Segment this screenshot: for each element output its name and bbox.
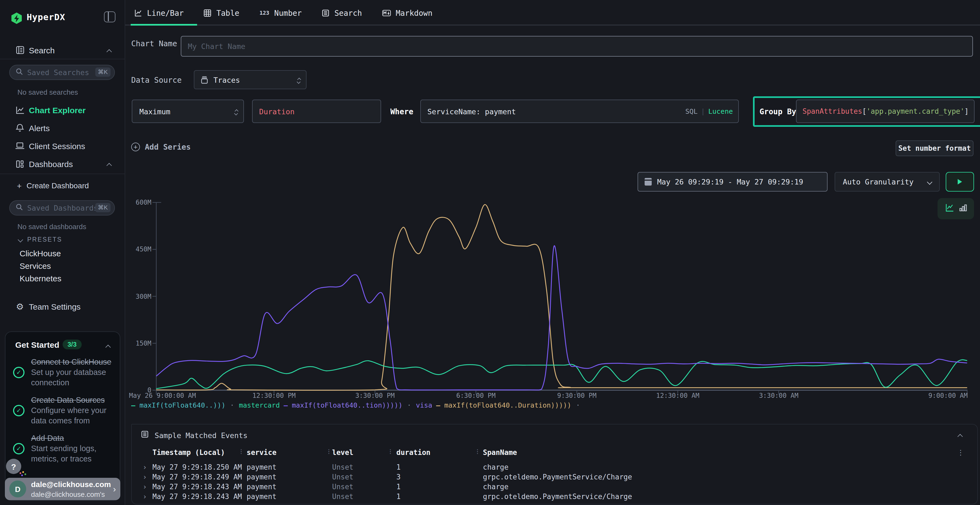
x-tick-label: May 26 9:00:00 AM [129,392,196,399]
group-by-arg: 'app.payment.card_type' [867,107,964,115]
sidebar-item-alerts[interactable]: Alerts [0,121,125,135]
table-row[interactable]: ›May 27 9:29:18.243 AMpaymentUnset1grpc.… [132,492,977,502]
column-separator-icon: ⋮ [326,448,332,454]
get-started-item[interactable]: ✓ Connect to ClickHouse Set up your data… [13,357,115,388]
chart-name-input[interactable] [181,42,972,51]
sidebar-item-team-settings[interactable]: ⚙ Team Settings [0,299,125,313]
user-menu[interactable]: D dale@clickhouse.com dale@clickhouse.co… [5,478,120,500]
tab-search[interactable]: Search [322,8,362,17]
get-started-item[interactable]: ✓ Create Data Sources Configure where yo… [13,395,115,426]
tab-markdown[interactable]: Markdown [382,8,433,17]
presets-toggle[interactable]: PRESETS [19,236,62,243]
col-timestamp[interactable]: Timestamp (Local) [153,448,225,457]
preset-services[interactable]: Services [20,261,51,270]
group-by-fn: SpanAttributes [802,107,862,115]
saved-dashboards-placeholder: Saved Dashboards [27,203,98,212]
calendar-icon [644,178,652,186]
row-expand-icon[interactable]: › [143,483,147,491]
bracket-close: ] [964,107,969,115]
x-tick-label: 12:30:00 PM [252,392,296,399]
aggregation-select[interactable]: Maximum [132,100,244,123]
database-icon [201,76,208,84]
row-expand-icon[interactable]: › [143,463,147,471]
select-chevrons-icon [297,76,301,83]
col-duration[interactable]: duration [396,448,430,457]
saved-dashboards-input[interactable]: Saved Dashboards ⌘K [9,200,115,216]
table-row[interactable]: ›May 27 9:29:18.249 AMpaymentUnset3grpc.… [132,473,977,483]
row-expand-icon[interactable]: › [143,492,147,501]
sidebar-section-search[interactable]: Search [0,43,125,57]
play-icon [958,179,962,184]
col-level[interactable]: level [332,448,353,457]
get-started-item[interactable]: ✓ Add Data Start sending logs, metrics, … [13,433,115,464]
data-source-select[interactable]: Traces [194,70,307,89]
user-email: dale@clickhouse.com [31,480,111,488]
data-source-label: Data Source [131,76,181,84]
col-service[interactable]: service [247,448,277,457]
confetti-icon [20,471,26,477]
legend-item[interactable]: — maxIf(toFloat640..tion))))) · visa [284,401,432,409]
query-language-toggle[interactable]: SQL|Lucene [685,107,733,115]
preset-clickhouse[interactable]: ClickHouse [20,249,61,258]
cell: grpc.oteldemo.PaymentService/Charge [483,473,632,481]
kebab-menu-icon[interactable]: ⋮ [957,448,964,457]
get-started-item-desc: Configure where your data comes from [31,406,107,425]
sidebar-collapse-icon[interactable] [104,11,115,22]
run-query-button[interactable] [946,172,974,192]
events-table-header: Timestamp (Local) ⋮ service ⋮ level ⋮ du… [132,448,977,458]
tab-line-bar[interactable]: Line/Bar [134,8,184,17]
get-started-title: Get Started [15,340,59,349]
chart-legend: — maxIf(toFloat640..))) · mastercard — m… [131,401,581,409]
chevron-down-icon [927,179,932,184]
tab-label: Markdown [396,8,433,17]
sql-option[interactable]: SQL [685,107,697,115]
legend-item[interactable]: — maxIf(toFloat640..Duration))))) · [436,401,581,409]
granularity-select[interactable]: Auto Granularity [835,172,940,192]
no-saved-searches-text: No saved searches [18,88,78,96]
chevron-down-icon [18,237,23,242]
cell: payment [247,473,277,481]
date-range-picker[interactable]: May 26 09:29:19 - May 27 09:29:19 [638,172,827,192]
sidebar-item-dashboards[interactable]: Dashboards [0,157,125,171]
granularity-value: Auto Granularity [843,178,913,186]
chevron-up-icon[interactable] [105,345,111,350]
field-box [252,100,381,123]
collapse-panel-icon[interactable] [958,434,963,440]
sidebar-item-client-sessions[interactable]: Client Sessions [0,139,125,153]
preset-kubernetes[interactable]: Kubernetes [20,274,61,283]
lucene-option[interactable]: Lucene [708,107,733,115]
chevron-up-icon[interactable] [107,163,112,168]
sample-matched-events-panel: Sample Matched Events Timestamp (Local) … [131,424,978,505]
table-row[interactable]: ›May 27 9:29:18.243 AMpaymentUnset1charg… [132,483,977,492]
tab-number[interactable]: 123 Number [259,8,302,17]
add-series-button[interactable]: + Add Series [131,143,191,151]
search-section-icon [15,46,24,54]
chevron-up-icon[interactable] [107,49,112,54]
x-tick-label: 3:30:00 PM [355,392,395,399]
search-icon [16,203,23,213]
gear-icon: ⚙ [15,301,24,311]
get-started-item-desc: Set up your database connection [31,368,106,387]
col-spanname[interactable]: SpanName [483,448,517,457]
saved-searches-input[interactable]: Saved Searches ⌘K [9,65,115,80]
timeseries-chart[interactable] [125,196,980,396]
legend-item[interactable]: — maxIf(toFloat640..))) · mastercard [131,401,280,409]
sample-events-header: Sample Matched Events [141,430,247,440]
row-expand-icon[interactable]: › [143,473,147,481]
sidebar-item-chart-explorer[interactable]: Chart Explorer [0,103,125,117]
set-number-format-button[interactable]: Set number format [896,140,974,156]
sidebar: HyperDX Search Saved Searches ⌘K No save… [0,0,125,505]
help-button[interactable]: ? [6,459,21,474]
cell: Unset [332,483,353,491]
date-range-value: May 26 09:29:19 - May 27 09:29:19 [657,178,803,186]
tab-table[interactable]: Table [204,8,239,17]
sidebar-item-create-dashboard[interactable]: + Create Dashboard [0,178,125,193]
group-by-box[interactable]: SpanAttributes['app.payment.card_type'] [796,100,975,123]
x-tick-label: 9:30:00 PM [557,392,597,399]
column-separator-icon: ⋮ [239,448,244,454]
check-circle-icon: ✓ [13,405,24,416]
chart-name-field [181,36,973,57]
laptop-icon [15,142,24,150]
field-input[interactable] [253,107,380,116]
table-row[interactable]: ›May 27 9:29:18.250 AMpaymentUnset1charg… [132,463,977,473]
